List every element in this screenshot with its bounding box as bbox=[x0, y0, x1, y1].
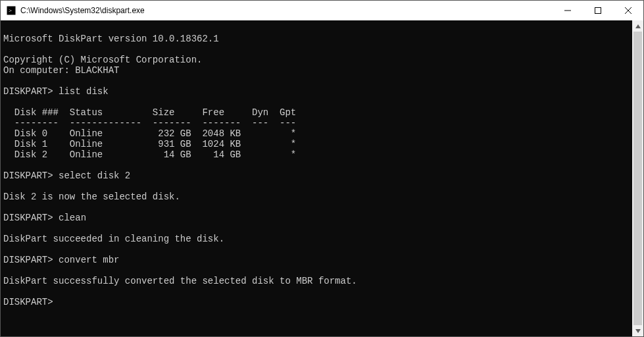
copyright-line: Copyright (C) Microsoft Corporation. bbox=[3, 55, 202, 65]
blank-line bbox=[3, 76, 9, 86]
titlebar[interactable]: > C:\Windows\System32\diskpart.exe bbox=[1, 1, 643, 20]
svg-rect-3 bbox=[595, 8, 601, 14]
window-title: C:\Windows\System32\diskpart.exe bbox=[20, 6, 145, 15]
cmd-clean: clean bbox=[59, 213, 86, 223]
msg-clean: DiskPart succeeded in cleaning the disk. bbox=[3, 234, 224, 244]
scrollbar-track[interactable] bbox=[632, 32, 643, 325]
prompt: DISKPART> bbox=[3, 255, 53, 265]
table-header: Disk ### Status Size Free Dyn Gpt bbox=[3, 107, 296, 118]
prompt: DISKPART> bbox=[3, 297, 53, 307]
blank-line bbox=[3, 44, 9, 55]
app-icon: > bbox=[6, 5, 16, 16]
table-divider: -------- ------------- ------- ------- -… bbox=[3, 118, 296, 128]
blank-line bbox=[3, 223, 9, 234]
table-row: Disk 1 Online 931 GB 1024 KB * bbox=[3, 139, 296, 149]
blank-line bbox=[3, 265, 9, 276]
cmd-select-disk: select disk 2 bbox=[59, 170, 130, 181]
maximize-button[interactable] bbox=[583, 1, 613, 20]
blank-line bbox=[3, 286, 9, 297]
cmd-convert: convert mbr bbox=[59, 255, 119, 265]
prompt: DISKPART> bbox=[3, 86, 53, 97]
blank-line bbox=[3, 23, 9, 34]
blank-line bbox=[3, 160, 9, 170]
console-area: Microsoft DiskPart version 10.0.18362.1 … bbox=[1, 20, 643, 336]
blank-line bbox=[3, 181, 9, 192]
msg-selected: Disk 2 is now the selected disk. bbox=[3, 192, 180, 202]
blank-line bbox=[3, 202, 9, 213]
table-row: Disk 0 Online 232 GB 2048 KB * bbox=[3, 128, 296, 139]
blank-line bbox=[3, 97, 9, 107]
cmd-list-disk: list disk bbox=[59, 86, 109, 97]
msg-convert: DiskPart successfully converted the sele… bbox=[3, 276, 357, 286]
svg-text:>: > bbox=[9, 7, 12, 14]
version-line: Microsoft DiskPart version 10.0.18362.1 bbox=[3, 34, 219, 44]
terminal[interactable]: Microsoft DiskPart version 10.0.18362.1 … bbox=[1, 20, 632, 336]
scroll-up-arrow-icon[interactable] bbox=[632, 20, 643, 32]
scroll-down-arrow-icon[interactable] bbox=[632, 325, 643, 336]
prompt: DISKPART> bbox=[3, 170, 53, 181]
computer-line: On computer: BLACKHAT bbox=[3, 65, 119, 76]
close-button[interactable] bbox=[613, 1, 643, 20]
blank-line bbox=[3, 244, 9, 255]
table-row: Disk 2 Online 14 GB 14 GB * bbox=[3, 149, 296, 160]
minimize-button[interactable] bbox=[553, 1, 583, 20]
prompt: DISKPART> bbox=[3, 213, 53, 223]
scrollbar-thumb[interactable] bbox=[633, 32, 642, 325]
vertical-scrollbar[interactable] bbox=[632, 20, 643, 336]
